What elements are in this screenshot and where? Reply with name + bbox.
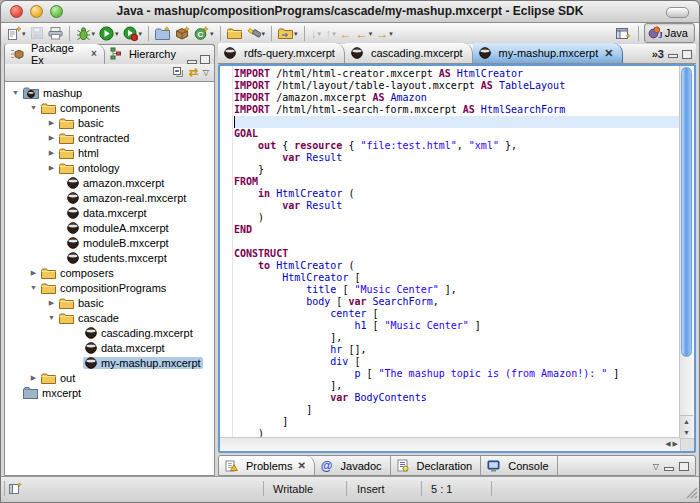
dropdown-arrow-icon[interactable]: ▾ <box>139 30 143 37</box>
scrollbar-arrows[interactable]: ◀ ▶ <box>665 440 678 448</box>
close-icon[interactable]: × <box>91 48 97 59</box>
expand-arrow-icon[interactable]: ▶ <box>46 164 57 171</box>
tree-item-cascading-mxcerpt[interactable]: cascading.mxcerpt <box>5 325 214 340</box>
tree-item-my-mashup-mxcerpt[interactable]: my-mashup.mxcerpt <box>5 355 214 370</box>
editor-tab-rdfs-query-mxcerpt[interactable]: rdfs-query.mxcerpt <box>218 43 345 63</box>
toolbar-toggle-button[interactable] <box>666 7 689 18</box>
annotation-ruler[interactable] <box>220 66 233 438</box>
dropdown-arrow-icon[interactable]: ▾ <box>210 30 214 37</box>
tab-package-explorer[interactable]: Package Ex × <box>5 44 105 64</box>
collapse-arrow-icon[interactable]: ▼ <box>28 284 39 291</box>
dropdown-arrow-icon[interactable]: ▾ <box>92 30 96 37</box>
vertical-scrollbar[interactable]: ▲▼ <box>679 66 694 438</box>
link-with-editor-button[interactable]: ⇄ <box>189 67 198 78</box>
forward-button[interactable]: →▾ <box>374 24 395 42</box>
maximize-view-button[interactable] <box>200 55 210 64</box>
tree-item-basic[interactable]: ▶basic <box>5 115 214 130</box>
run-last-button[interactable]: ▾ <box>121 24 145 42</box>
expand-arrow-icon[interactable]: ▶ <box>46 134 57 141</box>
tree-item-cascade[interactable]: ▼cascade <box>5 310 214 325</box>
tree-item-html[interactable]: ▶html <box>5 145 214 160</box>
expand-arrow-icon[interactable]: ▶ <box>46 149 57 156</box>
new-wizard-button[interactable]: ▾ <box>5 24 28 42</box>
last-edit-location-button[interactable]: ← <box>338 24 354 42</box>
title-bar[interactable]: Java - mashup/compositionPrograms/cascad… <box>1 1 699 23</box>
tab-hierarchy[interactable]: Hierarchy <box>105 44 183 64</box>
tree-item-compositionprograms[interactable]: ▼compositionPrograms <box>5 280 214 295</box>
next-annotation-button[interactable]: ↓▾ <box>309 24 324 42</box>
new-java-project-button[interactable] <box>153 24 173 42</box>
tree-item-amazon-mxcerpt[interactable]: amazon.mxcerpt <box>5 175 214 190</box>
collapse-arrow-icon[interactable]: ▼ <box>46 314 57 321</box>
open-element-button[interactable]: ▾ <box>276 24 300 42</box>
print-button[interactable] <box>46 24 65 42</box>
editor-tab-cascading-mxcerpt[interactable]: cascading.mxcerpt <box>345 43 473 63</box>
tree-item-modulea-mxcerpt[interactable]: moduleA.mxcerpt <box>5 220 214 235</box>
open-resource-button[interactable] <box>225 24 244 42</box>
tree-item-basic[interactable]: ▶basic <box>5 295 214 310</box>
tree-item-data-mxcerpt[interactable]: data.mxcerpt <box>5 205 214 220</box>
minimize-window-button[interactable] <box>30 5 43 18</box>
tree-item-moduleb-mxcerpt[interactable]: moduleB.mxcerpt <box>5 235 214 250</box>
minimize-view-button[interactable] <box>187 60 197 64</box>
close-window-button[interactable] <box>10 5 23 18</box>
zoom-window-button[interactable] <box>50 5 63 18</box>
view-menu-icon[interactable]: ▽ <box>653 462 659 471</box>
editor-tab-my-mashup-mxcerpt[interactable]: my-mashup.mxcerpt✕ <box>473 43 624 63</box>
view-tab-problems[interactable]: Problems✕ <box>219 456 315 475</box>
expand-arrow-icon[interactable]: ▶ <box>46 299 57 306</box>
collapse-arrow-icon[interactable]: ▼ <box>10 89 21 96</box>
run-button[interactable]: ▾ <box>97 24 121 42</box>
search-button[interactable]: ▾ <box>244 24 268 42</box>
minimize-editor-button[interactable] <box>668 54 678 58</box>
code-editor[interactable]: IMPORT /html/html-creator.mxcerpt AS Htm… <box>218 64 696 453</box>
open-perspective-button[interactable] <box>614 26 633 41</box>
expand-arrow-icon[interactable]: ▶ <box>28 269 39 276</box>
code-text[interactable]: IMPORT /html/html-creator.mxcerpt AS Htm… <box>234 68 679 438</box>
dropdown-arrow-icon[interactable]: ▾ <box>22 30 26 37</box>
collapse-all-button[interactable] <box>172 64 184 82</box>
tree-item-students-mxcerpt[interactable]: students.mxcerpt <box>5 250 214 265</box>
tree-item-data-mxcerpt[interactable]: data.mxcerpt <box>5 340 214 355</box>
tree-item-mashup[interactable]: ▼mashup <box>5 85 214 100</box>
tree-item-composers[interactable]: ▶composers <box>5 265 214 280</box>
view-menu-button[interactable]: ▽ <box>203 69 209 77</box>
fast-view-button[interactable] <box>9 482 22 497</box>
minimize-view-button[interactable] <box>664 467 674 471</box>
prev-annotation-button[interactable]: ↑▾ <box>323 24 338 42</box>
back-button[interactable]: ←▾ <box>354 24 375 42</box>
tree-item-out[interactable]: ▶out <box>5 370 214 385</box>
tree-item-contracted[interactable]: ▶contracted <box>5 130 214 145</box>
new-class-button[interactable]: C▾ <box>192 24 216 42</box>
tree-item-mxcerpt[interactable]: mxcerpt <box>5 385 214 400</box>
view-tab-console[interactable]: Console <box>481 456 557 475</box>
expand-arrow-icon[interactable]: ▶ <box>46 119 57 126</box>
tree-item-components[interactable]: ▼components <box>5 100 214 115</box>
horizontal-scrollbar[interactable]: ◀ ▶ <box>220 437 680 451</box>
close-icon[interactable]: ✕ <box>604 47 613 60</box>
tree-item-ontology[interactable]: ▶ontology <box>5 160 214 175</box>
tab-overflow-chevron[interactable]: »3 <box>652 48 664 60</box>
scrollbar-arrows[interactable]: ▲▼ <box>680 415 693 438</box>
maximize-view-button[interactable] <box>679 462 689 471</box>
dropdown-arrow-icon[interactable]: ▾ <box>115 30 119 37</box>
dropdown-arrow-icon[interactable]: ▾ <box>294 30 298 37</box>
expand-arrow-icon[interactable]: ▶ <box>28 374 39 381</box>
save-button[interactable] <box>28 24 46 42</box>
tree-item-amazon-real-mxcerpt[interactable]: amazon-real.mxcerpt <box>5 190 214 205</box>
dropdown-arrow-icon[interactable]: ▾ <box>332 30 336 37</box>
maximize-editor-button[interactable] <box>682 50 692 59</box>
debug-button[interactable]: ▾ <box>74 24 98 42</box>
resize-grip[interactable] <box>685 486 698 501</box>
scrollbar-thumb[interactable] <box>681 67 692 357</box>
dropdown-arrow-icon[interactable]: ▾ <box>262 30 266 37</box>
view-tab-javadoc[interactable]: @Javadoc <box>315 456 391 475</box>
view-tab-declaration[interactable]: Declaration <box>391 456 482 475</box>
new-package-button[interactable] <box>173 24 192 42</box>
dropdown-arrow-icon[interactable]: ▾ <box>389 30 393 37</box>
dropdown-arrow-icon[interactable]: ▾ <box>369 30 373 37</box>
dropdown-arrow-icon[interactable]: ▾ <box>318 30 322 37</box>
java-perspective-button[interactable]: JJava <box>644 23 695 43</box>
close-icon[interactable]: ✕ <box>297 460 305 471</box>
collapse-arrow-icon[interactable]: ▼ <box>28 104 39 111</box>
